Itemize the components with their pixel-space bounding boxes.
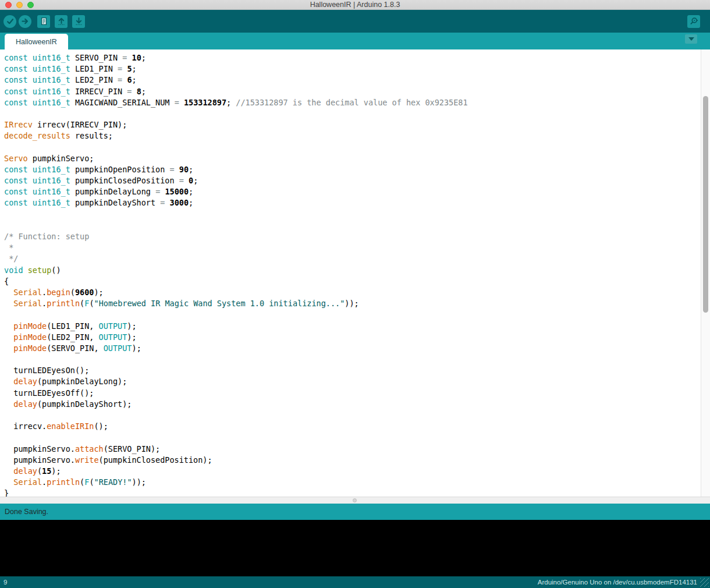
tab-label: HalloweenIR [16, 38, 57, 46]
minimize-button[interactable] [16, 2, 23, 8]
code-line: /* Function: setup [4, 231, 698, 242]
arduino-ide-window: HalloweenIR | Arduino 1.8.3 [0, 0, 710, 588]
code-line [4, 220, 698, 231]
check-icon [6, 17, 15, 26]
status-message: Done Saving. [5, 508, 48, 516]
code-line: decode_results results; [4, 130, 698, 141]
code-line: pinMode(LED2_PIN, OUTPUT); [4, 332, 698, 343]
chevron-down-icon [688, 37, 694, 41]
code-line: turnLEDEyesOn(); [4, 365, 698, 376]
code-line: const uint16_t pumpkinDelayLong = 15000; [4, 186, 698, 197]
code-line: const uint16_t SERVO_PIN = 10; [4, 52, 698, 63]
vertical-scrollbar[interactable] [701, 49, 710, 497]
code-editor[interactable]: const uint16_t SERVO_PIN = 10;const uint… [0, 49, 710, 497]
code-line: const uint16_t pumpkinDelayShort = 3000; [4, 197, 698, 208]
code-line: pumpkinServo.attach(SERVO_PIN); [4, 444, 698, 455]
code-line: const uint16_t pumpkinOpenPosition = 90; [4, 164, 698, 175]
code-line: IRrecv irrecv(IRRECV_PIN); [4, 119, 698, 130]
tab-menu-button[interactable] [685, 34, 697, 44]
code-line: const uint16_t pumpkinClosedPosition = 0… [4, 175, 698, 186]
code-line [4, 410, 698, 421]
code-line: pumpkinServo.write(pumpkinClosedPosition… [4, 455, 698, 466]
close-button[interactable] [5, 2, 12, 8]
tab-halloweenir[interactable]: HalloweenIR [5, 34, 68, 49]
scrollbar-thumb[interactable] [703, 96, 708, 313]
console-output [0, 520, 710, 576]
window-title: HalloweenIR | Arduino 1.8.3 [0, 0, 710, 9]
board-info: Arduino/Genuino Uno on /dev/cu.usbmodemF… [538, 579, 697, 586]
code-line: delay(pumpkinDelayLong); [4, 376, 698, 387]
code-line [4, 354, 698, 365]
divider-handle-icon [353, 498, 357, 502]
magnifier-icon [690, 17, 698, 26]
tab-bar: HalloweenIR [0, 33, 710, 49]
code-line [4, 142, 698, 153]
pane-divider[interactable] [0, 497, 710, 504]
code-line: * [4, 242, 698, 253]
line-number: 9 [0, 579, 7, 586]
upload-button[interactable] [19, 15, 31, 28]
arrow-down-icon [74, 17, 83, 26]
code-line [4, 108, 698, 119]
code-line: delay(15); [4, 466, 698, 477]
new-sketch-button[interactable] [37, 15, 50, 28]
code-line: turnLEDEyesOff(); [4, 388, 698, 399]
resize-grip[interactable] [700, 578, 709, 587]
arrow-right-icon [21, 17, 30, 26]
arrow-up-icon [57, 17, 66, 26]
open-button[interactable] [55, 15, 68, 28]
code-line [4, 432, 698, 443]
code-line: const uint16_t IRRECV_PIN = 8; [4, 86, 698, 97]
code-line: pinMode(SERVO_PIN, OUTPUT); [4, 343, 698, 354]
code-line: const uint16_t LED2_PIN = 6; [4, 75, 698, 86]
code-line [4, 209, 698, 220]
code-line [4, 309, 698, 320]
verify-button[interactable] [3, 15, 16, 28]
footer-bar: 9 Arduino/Genuino Uno on /dev/cu.usbmode… [0, 576, 710, 588]
code-area[interactable]: const uint16_t SERVO_PIN = 10;const uint… [0, 49, 710, 497]
code-line: Serial.println(F("READY!")); [4, 477, 698, 488]
code-line: const uint16_t MAGICWAND_SERIAL_NUM = 15… [4, 97, 698, 108]
traffic-lights [5, 2, 34, 8]
code-line: Serial.println(F("Homebrewed IR Magic Wa… [4, 298, 698, 309]
code-line: delay(pumpkinDelayShort); [4, 399, 698, 410]
status-bar: Done Saving. [0, 504, 710, 520]
toolbar [0, 10, 710, 33]
title-bar: HalloweenIR | Arduino 1.8.3 [0, 0, 710, 10]
serial-monitor-button[interactable] [687, 15, 700, 28]
code-line: void setup() [4, 265, 698, 276]
code-line: } [4, 488, 698, 497]
code-line: */ [4, 253, 698, 264]
save-button[interactable] [72, 15, 85, 28]
code-line: const uint16_t LED1_PIN = 5; [4, 63, 698, 75]
code-line: { [4, 276, 698, 287]
code-line: pinMode(LED1_PIN, OUTPUT); [4, 321, 698, 332]
code-line: Servo pumpkinServo; [4, 153, 698, 164]
code-line: Serial.begin(9600); [4, 287, 698, 298]
zoom-button[interactable] [27, 2, 34, 8]
document-icon [40, 17, 48, 26]
code-line: irrecv.enableIRIn(); [4, 421, 698, 432]
